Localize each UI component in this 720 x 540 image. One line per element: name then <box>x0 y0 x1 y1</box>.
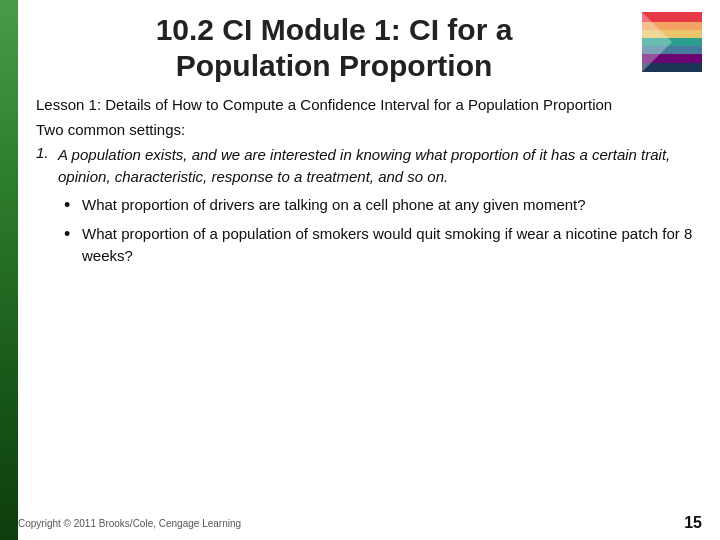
bullet-list: • What proportion of drivers are talking… <box>64 194 702 267</box>
page-title: 10.2 CI Module 1: CI for a Population Pr… <box>36 12 632 84</box>
footer: Copyright © 2011 Brooks/Cole, Cengage Le… <box>18 514 702 532</box>
item-number-1: 1. <box>36 144 58 188</box>
bullet-dot-2: • <box>64 223 82 267</box>
header-area: 10.2 CI Module 1: CI for a Population Pr… <box>36 12 702 84</box>
list-item: • What proportion of a population of smo… <box>64 223 702 267</box>
svg-rect-2 <box>642 12 702 22</box>
title-line2: Population Proportion <box>176 49 493 82</box>
left-color-bar <box>0 0 18 540</box>
main-content: 10.2 CI Module 1: CI for a Population Pr… <box>18 0 720 540</box>
bullet-dot-1: • <box>64 194 82 217</box>
title-line1: 10.2 CI Module 1: CI for a <box>156 13 513 46</box>
two-common-settings: Two common settings: <box>36 121 702 138</box>
title-block: 10.2 CI Module 1: CI for a Population Pr… <box>36 12 632 84</box>
bullet-text-1: What proportion of drivers are talking o… <box>82 194 586 217</box>
lesson-label: Lesson 1: Details of How to Compute a Co… <box>36 94 702 115</box>
svg-rect-8 <box>642 63 702 72</box>
rainbow-decoration-icon <box>642 12 702 72</box>
numbered-item-1: 1. A population exists, and we are inter… <box>36 144 702 188</box>
page-number: 15 <box>684 514 702 532</box>
bullet-text-2: What proportion of a population of smoke… <box>82 223 702 267</box>
copyright-text: Copyright © 2011 Brooks/Cole, Cengage Le… <box>18 518 241 529</box>
list-item: • What proportion of drivers are talking… <box>64 194 702 217</box>
item-text-1: A population exists, and we are interest… <box>58 144 702 188</box>
